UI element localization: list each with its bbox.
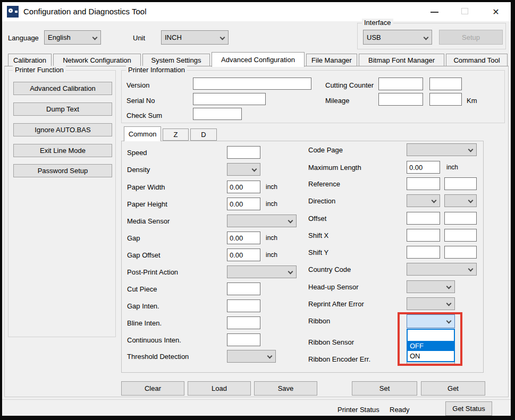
title-bar: Configuration and Diagnostics Tool ✕ [2, 2, 511, 21]
subtab-d[interactable]: D [190, 128, 217, 141]
continuous-inten-input[interactable] [227, 333, 260, 346]
shift-x-label: Shift X [308, 232, 328, 239]
load-button[interactable]: Load [188, 381, 251, 396]
tab-calibration[interactable]: Calibration [8, 54, 52, 66]
speed-input[interactable] [227, 146, 260, 159]
set-button[interactable]: Set [352, 381, 417, 396]
setup-button[interactable]: Setup [439, 30, 503, 45]
direction-dropdown-2[interactable] [444, 194, 477, 207]
advanced-calibration-button[interactable]: Advanced Calibration [13, 82, 112, 95]
ignore-autobas-button[interactable]: Ignore AUTO.BAS [13, 123, 112, 136]
country-code-dropdown[interactable] [407, 263, 477, 276]
language-value: English [48, 33, 71, 41]
check-sum-input[interactable] [193, 108, 242, 120]
paper-height-unit: inch [266, 200, 277, 208]
mileage-unit-label: Km [467, 97, 477, 105]
threshold-detection-dropdown[interactable] [227, 350, 276, 363]
shift-y-input-1[interactable] [407, 246, 440, 259]
paper-height-input[interactable] [227, 198, 260, 210]
app-icon [7, 6, 19, 18]
shift-y-input-2[interactable] [444, 246, 477, 259]
maximum-length-label: Maximum Length [308, 164, 361, 172]
unit-label: Unit [133, 34, 145, 42]
tab-advanced-configuration[interactable]: Advanced Configuration [212, 52, 305, 67]
dump-text-button[interactable]: Dump Text [13, 102, 112, 116]
gap-inten-label: Gap Inten. [127, 302, 159, 310]
post-print-action-dropdown[interactable] [227, 265, 297, 278]
cut-piece-input[interactable] [227, 282, 260, 295]
subtab-z[interactable]: Z [163, 128, 189, 141]
language-dropdown[interactable]: English [44, 30, 101, 45]
gap-offset-label: Gap Offset [127, 251, 161, 259]
close-icon[interactable]: ✕ [489, 5, 503, 19]
unit-dropdown[interactable]: INCH [161, 30, 229, 45]
ribbon-encoder-err-label: Ribbon Encoder Err. [308, 355, 370, 363]
chevron-down-icon [424, 35, 429, 40]
density-dropdown[interactable] [227, 163, 260, 176]
paper-height-label: Paper Height [127, 200, 167, 208]
bline-inten-input[interactable] [227, 316, 260, 329]
reference-input-2[interactable] [444, 177, 477, 190]
maximum-length-unit: inch [446, 164, 458, 171]
offset-input-2[interactable] [444, 212, 477, 225]
tab-network-configuration[interactable]: Network Configuration [53, 54, 141, 66]
exit-line-mode-button[interactable]: Exit Line Mode [13, 144, 112, 157]
save-button[interactable]: Save [254, 381, 317, 396]
shift-y-label: Shift Y [308, 248, 328, 256]
printer-status-label: Printer Status [337, 406, 379, 414]
language-label: Language [8, 34, 39, 42]
head-up-sensor-dropdown[interactable] [407, 280, 455, 293]
gap-unit: inch [266, 234, 277, 242]
tab-file-manager[interactable]: File Manager [306, 54, 357, 66]
gap-inten-input[interactable] [227, 299, 260, 312]
chevron-down-icon [432, 198, 437, 203]
gap-offset-input[interactable] [227, 248, 260, 261]
minimize-icon[interactable] [430, 12, 438, 13]
password-setup-button[interactable]: Password Setup [13, 164, 112, 177]
mileage-label: Mileage [325, 97, 350, 105]
serial-no-input[interactable] [193, 93, 266, 105]
cutting-counter-label: Cutting Counter [325, 81, 374, 89]
app-icon-dash [15, 11, 18, 13]
bline-inten-label: Bline Inten. [127, 319, 162, 327]
speed-label: Speed [127, 149, 147, 157]
mileage-input-2[interactable] [429, 93, 462, 106]
unit-value: INCH [165, 33, 182, 41]
subtab-common[interactable]: Common [124, 126, 161, 141]
get-button[interactable]: Get [421, 381, 485, 396]
reference-label: Reference [308, 180, 340, 188]
shift-x-input-2[interactable] [444, 229, 477, 242]
annotation-highlight-box [398, 312, 462, 366]
interface-dropdown[interactable]: USB [363, 30, 432, 45]
paper-width-input[interactable] [227, 181, 260, 193]
status-bar-divider [2, 399, 511, 400]
code-page-dropdown[interactable] [407, 143, 477, 156]
mileage-input-1[interactable] [378, 93, 423, 106]
gap-input[interactable] [227, 232, 260, 244]
chevron-down-icon [220, 35, 225, 40]
cutting-counter-input-1[interactable] [378, 78, 423, 90]
code-page-label: Code Page [308, 146, 343, 154]
cut-piece-label: Cut Piece [127, 285, 157, 293]
maximum-length-input[interactable] [407, 161, 440, 174]
country-code-label: Country Code [308, 265, 351, 273]
tab-bitmap-font-manager[interactable]: Bitmap Font Manager [359, 54, 444, 66]
direction-dropdown-1[interactable] [407, 194, 440, 207]
gap-label: Gap [127, 234, 140, 242]
version-input[interactable] [193, 78, 311, 90]
media-sensor-dropdown[interactable] [227, 215, 297, 227]
chevron-down-icon [267, 354, 273, 359]
clear-button[interactable]: Clear [121, 381, 184, 396]
interface-group-title: Interface [362, 19, 393, 27]
cutting-counter-input-2[interactable] [429, 78, 462, 90]
tab-system-settings[interactable]: System Settings [142, 54, 210, 66]
get-status-button[interactable]: Get Status [445, 401, 492, 416]
tab-command-tool[interactable]: Command Tool [446, 54, 508, 66]
chevron-down-icon [288, 218, 293, 224]
offset-input-1[interactable] [407, 212, 440, 225]
chevron-down-icon [288, 269, 293, 275]
reprint-after-error-label: Reprint After Error [308, 300, 364, 308]
shift-x-input-1[interactable] [407, 229, 440, 242]
reprint-after-error-dropdown[interactable] [407, 297, 455, 310]
reference-input-1[interactable] [407, 177, 440, 190]
